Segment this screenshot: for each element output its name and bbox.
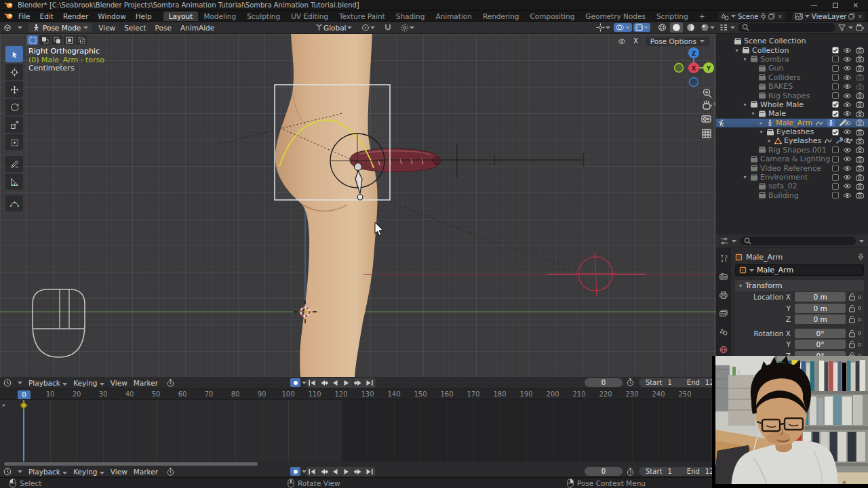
scrollbar-thumb[interactable] <box>4 462 258 466</box>
properties-tab-view-layer[interactable] <box>717 307 730 319</box>
foot-ik-circle-widget[interactable] <box>363 252 715 296</box>
copy-icon[interactable] <box>768 13 775 20</box>
transform-panel-header[interactable]: ▾ Transform <box>735 280 864 291</box>
camera-icon[interactable] <box>856 183 864 190</box>
timeline-menu-playback[interactable]: Playback <box>28 468 67 476</box>
eye-icon[interactable] <box>843 156 852 162</box>
timeline-menu-keying[interactable]: Keying <box>73 468 104 476</box>
camera-icon[interactable] <box>856 47 864 54</box>
transform-tool-button[interactable] <box>5 134 23 150</box>
next-keyframe-button[interactable] <box>353 378 364 388</box>
properties-tab-scene[interactable] <box>717 325 730 338</box>
expander-icon[interactable]: ▾ <box>742 56 748 62</box>
cursor-tool-button[interactable] <box>5 64 23 80</box>
camera-view-icon[interactable] <box>702 116 711 122</box>
badge-anim-icon[interactable] <box>825 138 832 144</box>
extend-select-button[interactable] <box>39 35 50 45</box>
eye-icon[interactable] <box>843 183 852 189</box>
workspace-tab-geometry-nodes[interactable]: Geometry Nodes <box>580 12 651 21</box>
animate-dot-icon[interactable] <box>858 306 861 310</box>
minimize-button[interactable]: — <box>811 2 818 9</box>
menu-file[interactable]: File <box>14 12 35 20</box>
properties-tab-tool[interactable] <box>717 252 730 264</box>
play-button[interactable] <box>341 378 353 388</box>
app-menu-icon[interactable] <box>4 12 14 20</box>
workspace-tab-texture-paint[interactable]: Texture Paint <box>334 12 391 21</box>
measure-tool-button[interactable] <box>5 174 23 190</box>
properties-editor-icon[interactable] <box>720 237 728 245</box>
channel-expand-icon[interactable]: ▸ <box>3 402 5 408</box>
timeline-menu-playback[interactable]: Playback <box>28 379 67 387</box>
badge-wrench-icon[interactable] <box>835 137 843 144</box>
outliner-row-male-arm[interactable]: ▸Male_Arm <box>716 119 868 127</box>
location-x-value-field[interactable]: 0 m <box>795 292 846 302</box>
proportional-editing-dropdown[interactable] <box>399 23 416 33</box>
eye-icon[interactable] <box>843 110 852 117</box>
play-reverse-button[interactable] <box>330 467 341 476</box>
outliner-row-scene-collection[interactable]: Scene Collection <box>716 37 868 45</box>
outliner-row-bakes[interactable]: BAKES <box>716 82 868 91</box>
outliner-row-male[interactable]: ▾Male <box>716 109 868 118</box>
toggle-projection-icon[interactable] <box>703 129 711 138</box>
wireframe-shading-button[interactable] <box>656 22 669 33</box>
viewport-menu-animaide[interactable]: AnimAide <box>180 24 214 32</box>
lock-icon[interactable] <box>848 304 856 312</box>
eye-icon[interactable] <box>843 165 852 171</box>
properties-tab-world[interactable] <box>717 344 730 356</box>
eye-icon[interactable] <box>843 138 852 144</box>
annotate-tool-button[interactable] <box>5 156 23 172</box>
scale-tool-button[interactable] <box>5 117 23 133</box>
unlink-icon[interactable]: × <box>777 13 783 20</box>
set-select-button[interactable] <box>27 35 38 45</box>
current-frame-field[interactable]: 0 <box>585 378 623 387</box>
checkbox-unchecked-icon[interactable] <box>832 146 839 153</box>
eye-icon[interactable] <box>843 174 852 180</box>
outliner-search-input[interactable] <box>738 23 835 32</box>
outliner-row-camera-lighting[interactable]: Camera & Lighting <box>716 155 868 163</box>
select-box-tool-button[interactable] <box>5 46 23 62</box>
jump-to-end-button[interactable] <box>364 378 376 388</box>
material-preview-button[interactable] <box>684 22 697 33</box>
play-reverse-button[interactable] <box>330 378 341 388</box>
zoom-icon[interactable] <box>704 89 712 98</box>
workspace-tab-scripting[interactable]: Scripting <box>651 12 694 21</box>
expander-icon[interactable]: ▾ <box>734 47 740 54</box>
jump-to-start-button[interactable] <box>307 467 318 476</box>
current-frame-field[interactable]: 0 <box>585 467 623 476</box>
timeline-editor-icon[interactable] <box>3 379 12 387</box>
menu-render[interactable]: Render <box>58 12 93 20</box>
checkbox-unchecked-icon[interactable] <box>832 74 839 81</box>
expander-icon[interactable]: ▾ <box>750 110 756 117</box>
checkbox-unchecked-icon[interactable] <box>832 156 839 163</box>
y-value-field[interactable]: 0° <box>795 340 846 349</box>
snap-toggle[interactable] <box>382 23 393 32</box>
outliner-display-mode-icon[interactable] <box>719 24 728 31</box>
start-frame-field[interactable]: 1 <box>667 468 671 475</box>
camera-icon[interactable] <box>856 110 864 117</box>
filter-icon[interactable] <box>838 24 846 31</box>
start-frame-field[interactable]: 1 <box>667 379 671 386</box>
outliner-row-sofa-02[interactable]: sofa_02 <box>716 182 868 190</box>
show-gizmo-button[interactable] <box>594 22 612 33</box>
pose-options-dropdown[interactable]: Pose Options <box>646 37 709 46</box>
toggle-xray-button[interactable] <box>633 23 650 32</box>
eye-icon[interactable] <box>843 120 852 126</box>
object-name-field[interactable]: Male_Arm <box>735 264 864 276</box>
viewlayer-selector[interactable]: ViewLayer × <box>792 12 865 21</box>
scene-selector[interactable]: Scene × <box>718 12 785 21</box>
animate-dot-icon[interactable] <box>858 343 861 346</box>
auto-keying-button[interactable] <box>167 468 174 476</box>
eye-icon[interactable] <box>843 56 852 62</box>
camera-icon[interactable] <box>856 146 864 153</box>
current-frame-indicator[interactable]: 0 <box>18 390 31 399</box>
lock-icon[interactable] <box>848 329 856 338</box>
viewport-menu-select[interactable]: Select <box>124 24 146 32</box>
workspace-tab-sculpting[interactable]: Sculpting <box>241 12 285 21</box>
outliner-row-gun[interactable]: Gun <box>716 64 868 73</box>
expander-icon[interactable]: ▾ <box>742 102 748 108</box>
outliner-row-video-reference[interactable]: Video Reference <box>716 163 868 172</box>
workspace-tab-layout[interactable]: Layout <box>163 12 199 21</box>
eye-icon[interactable] <box>843 65 852 71</box>
subtract-select-button[interactable] <box>52 35 62 45</box>
timeline-menu-view[interactable]: View <box>111 379 127 387</box>
